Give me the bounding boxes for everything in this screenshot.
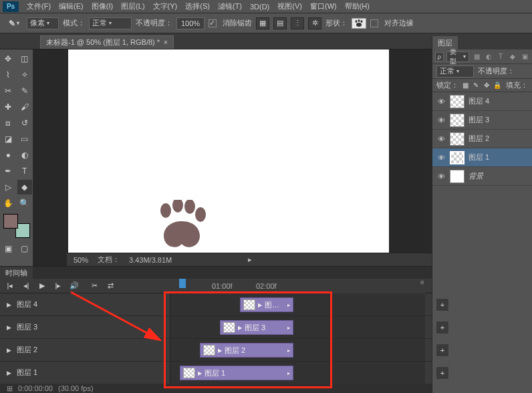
expand-icon[interactable]: ▶ — [7, 370, 11, 376]
visibility-toggle[interactable]: 👁 — [436, 98, 446, 106]
goto-start-icon[interactable]: |◂ — [5, 281, 15, 290]
layer-thumb[interactable] — [450, 114, 464, 127]
timeline-clip[interactable]: ▶图层 1▸ — [180, 366, 293, 380]
layer-name[interactable]: 图层 1 — [469, 152, 528, 162]
audio-icon[interactable]: 🔊 — [70, 281, 79, 290]
brush-tool[interactable]: 🖌 — [17, 100, 33, 114]
layer-row[interactable]: 👁 图层 3 — [432, 111, 532, 130]
menu-help[interactable]: 帮助(H) — [341, 0, 374, 13]
zoom-tool[interactable]: 🔍 — [17, 196, 33, 211]
marquee-tool[interactable]: ◫ — [17, 51, 33, 66]
menu-select[interactable]: 选择(S) — [181, 0, 214, 13]
lock-pixels-icon[interactable]: ✎ — [472, 82, 480, 90]
quickmask-toggle[interactable]: ▣ — [1, 241, 16, 256]
document-tab[interactable]: 未标题-1 @ 50% (图层 1, RGB/8) * × — [40, 35, 174, 49]
timeline-tab[interactable]: 时间轴 — [0, 267, 432, 279]
expand-icon[interactable]: ▶ — [7, 324, 11, 331]
layers-panel-tab[interactable]: 图层 — [432, 36, 532, 49]
transition-icon[interactable]: ⇄ — [106, 281, 115, 290]
lock-all-icon[interactable]: 🔒 — [493, 82, 501, 90]
layer-blend-dropdown[interactable]: 正常 — [436, 66, 474, 78]
status-play-icon[interactable]: ▸ — [248, 255, 252, 264]
lasso-tool[interactable]: ⌇ — [1, 68, 16, 82]
layer-name[interactable]: 图层 3 — [469, 115, 528, 125]
add-media-button[interactable]: + — [436, 298, 449, 311]
add-media-button[interactable]: + — [436, 321, 449, 334]
menu-view[interactable]: 视图(V) — [273, 0, 306, 13]
blur-tool[interactable]: ● — [1, 148, 16, 162]
align-center-icon[interactable]: ▤ — [273, 17, 287, 29]
layer-thumb[interactable] — [450, 132, 464, 146]
shape-preset-paw[interactable] — [352, 18, 366, 29]
layer-thumb[interactable] — [450, 95, 464, 108]
screenmode-toggle[interactable]: ▢ — [17, 241, 33, 256]
opacity-input[interactable]: 100% — [176, 17, 205, 29]
add-media-button[interactable]: + — [436, 344, 449, 357]
shape-tool[interactable]: ◆ — [17, 180, 33, 194]
wand-tool[interactable]: ✧ — [17, 68, 33, 82]
panel-menu-icon[interactable]: ≡ — [420, 279, 430, 288]
menu-file[interactable]: 文件(F) — [23, 0, 55, 13]
timeline-track[interactable]: ▶图层 1▸ — [170, 362, 425, 384]
document-canvas[interactable] — [68, 49, 389, 259]
align-edges-checkbox[interactable] — [370, 19, 378, 27]
prev-frame-icon[interactable]: ◂| — [21, 281, 31, 290]
units-dropdown[interactable]: 像素 — [27, 17, 59, 29]
timeline-row[interactable]: ▶图层 2 ▶图层 2▸ + — [0, 339, 432, 362]
timeline-track[interactable]: ▶图层 3▸ — [170, 316, 425, 338]
close-tab-icon[interactable]: × — [164, 39, 168, 46]
paw-shape-object[interactable] — [155, 200, 209, 251]
dodge-tool[interactable]: ◐ — [17, 148, 33, 162]
distribute-icon[interactable]: ⋮ — [291, 17, 304, 29]
heal-tool[interactable]: ✚ — [1, 100, 16, 114]
blend-mode-dropdown[interactable]: 正常 — [89, 17, 132, 29]
timeline-row[interactable]: ▶图层 4 ▶图…▸ + — [0, 293, 432, 316]
align-left-icon[interactable]: ▦ — [256, 17, 269, 29]
layer-row-selected[interactable]: 👁 图层 1 — [432, 148, 532, 167]
menu-layer[interactable]: 图层(L) — [117, 0, 148, 13]
lock-transparent-icon[interactable]: ▦ — [461, 82, 469, 90]
gear-icon[interactable]: ✲ — [308, 17, 321, 29]
filter-kind-dropdown[interactable]: 类型 — [446, 51, 469, 62]
menu-image[interactable]: 图像(I) — [88, 0, 117, 13]
history-brush-tool[interactable]: ↺ — [17, 116, 33, 130]
visibility-toggle[interactable]: 👁 — [436, 135, 446, 143]
stamp-tool[interactable]: ⧈ — [1, 116, 16, 130]
layer-name[interactable]: 图层 2 — [469, 134, 528, 144]
layer-thumb[interactable] — [450, 170, 464, 183]
layer-name[interactable]: 背景 — [469, 171, 528, 181]
lock-position-icon[interactable]: ✥ — [483, 82, 491, 90]
filter-smart-icon[interactable]: ▣ — [520, 53, 529, 61]
menu-filter[interactable]: 滤镜(T) — [214, 0, 246, 13]
eraser-tool[interactable]: ◪ — [1, 132, 16, 146]
timeline-ruler[interactable]: 01:00f 02:00f — [170, 279, 425, 293]
timeline-clip[interactable]: ▶图…▸ — [240, 297, 293, 312]
layer-row[interactable]: 👁 图层 4 — [432, 92, 532, 111]
crop-tool[interactable]: ✂ — [1, 84, 16, 98]
timeline-clip[interactable]: ▶图层 3▸ — [220, 320, 293, 335]
layer-row[interactable]: 👁 图层 2 — [432, 130, 532, 148]
hand-tool[interactable]: ✋ — [1, 196, 16, 211]
filter-kind-icon[interactable]: ρ — [435, 52, 444, 61]
eyedropper-tool[interactable]: ✎ — [17, 84, 33, 98]
play-icon[interactable]: ▶ — [37, 281, 47, 290]
tool-preset-icon[interactable]: ✎ — [5, 17, 23, 29]
filter-pixel-icon[interactable]: ▦ — [472, 53, 481, 61]
type-tool[interactable]: T — [17, 164, 33, 178]
filter-type-icon[interactable]: T — [496, 53, 505, 61]
add-media-button[interactable]: + — [436, 366, 449, 380]
timeline-track[interactable]: ▶图层 2▸ — [170, 339, 425, 361]
menu-3d[interactable]: 3D(D) — [246, 1, 273, 12]
pen-tool[interactable]: ✒ — [1, 164, 16, 178]
timeline-track[interactable]: ▶图…▸ — [170, 293, 425, 315]
expand-icon[interactable]: ▶ — [7, 301, 11, 308]
color-swatches[interactable] — [3, 214, 30, 238]
split-icon[interactable]: ✂ — [90, 281, 99, 290]
path-select-tool[interactable]: ▷ — [1, 180, 16, 194]
visibility-toggle[interactable]: 👁 — [436, 172, 446, 180]
filter-adjust-icon[interactable]: ◐ — [484, 53, 493, 61]
timeline-row[interactable]: ▶图层 1 ▶图层 1▸ + — [0, 362, 432, 384]
layer-name[interactable]: 图层 4 — [469, 96, 528, 106]
frame-toggle-icon[interactable]: ⊞ — [7, 384, 13, 393]
filter-shape-icon[interactable]: ◆ — [508, 53, 517, 61]
